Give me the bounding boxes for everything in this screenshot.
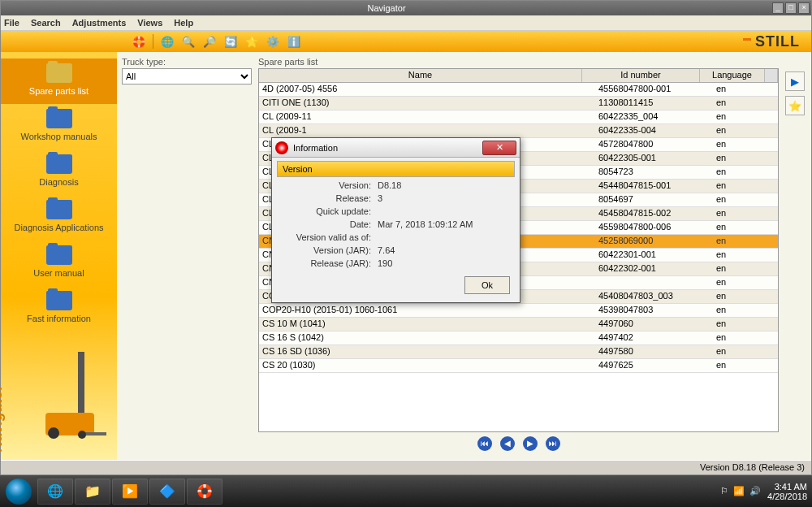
gear-icon[interactable]: ⚙️ xyxy=(266,34,280,49)
cell-id: 60422305-001 xyxy=(595,152,713,165)
table-row[interactable]: CS 10 M (1041)4497060en xyxy=(259,318,778,332)
taskbar-explorer-button[interactable]: 📁 xyxy=(75,479,110,505)
cell-lang: en xyxy=(713,207,778,220)
sidebar-item-user-manual[interactable]: User manual xyxy=(1,240,117,286)
taskbar-ie-button[interactable]: 🌐 xyxy=(37,479,73,505)
dialog-field-row: Quick update: xyxy=(272,205,520,218)
folder-icon xyxy=(46,291,72,310)
globe-icon[interactable]: 🌐 xyxy=(160,34,175,49)
tray-icons[interactable]: ⚐📶🔊 xyxy=(720,486,761,496)
sidebar-item-workshop[interactable]: Workshop manuals xyxy=(1,104,117,150)
cell-lang: en xyxy=(713,180,778,193)
info-icon[interactable]: ℹ️ xyxy=(287,34,301,49)
sidebar-item-label: User manual xyxy=(33,268,84,278)
table-row[interactable]: CITI ONE (1130)11308011415en xyxy=(259,97,778,110)
cell-id: 4497060 xyxy=(595,318,713,331)
zoom-icon[interactable]: 🔎 xyxy=(202,34,217,49)
truck-type-select[interactable]: All xyxy=(122,68,252,84)
sidebar-item-fast-info[interactable]: Fast information xyxy=(1,286,117,332)
dialog-close-button[interactable]: ✕ xyxy=(482,141,516,155)
sidebar-item-diagnosis[interactable]: Diagnosis xyxy=(1,150,117,195)
refresh-icon[interactable]: 🔄 xyxy=(223,34,238,49)
window-minimize-button[interactable]: _ xyxy=(772,2,784,14)
taskbar: 🌐 📁 ▶️ 🔷 🛟 ⚐📶🔊 3:41 AM 4/28/2018 xyxy=(0,475,812,507)
field-label: Release: xyxy=(280,193,378,203)
brand-logo: STILL xyxy=(743,33,800,50)
menu-help[interactable]: Help xyxy=(174,18,193,28)
menu-file[interactable]: File xyxy=(4,18,19,28)
window-close-button[interactable]: × xyxy=(798,2,810,14)
cell-id: 45258069000 xyxy=(595,235,713,248)
cell-lang: en xyxy=(713,152,778,165)
cell-id: 4497402 xyxy=(595,332,713,344)
page-next-button[interactable]: ▶ xyxy=(523,436,538,451)
dialog-titlebar[interactable]: Information ✕ xyxy=(272,138,520,158)
start-button[interactable] xyxy=(0,475,37,507)
menu-search[interactable]: Search xyxy=(31,18,61,28)
cell-lang: en xyxy=(713,249,778,262)
app-window: Navigator _ □ × File Search Adjustments … xyxy=(0,0,812,475)
table-row[interactable]: CL (2009-160422335-004en xyxy=(259,124,778,138)
taskbar-media-button[interactable]: ▶️ xyxy=(112,479,148,505)
forklift-illustration xyxy=(33,346,110,436)
star-icon[interactable]: ⭐ xyxy=(244,34,259,49)
table-row[interactable]: CL (2009-1160422335_004en xyxy=(259,110,778,124)
taskbar-clock[interactable]: 3:41 AM 4/28/2018 xyxy=(767,482,807,501)
table-row[interactable]: COP20-H10 (2015-01) 1060-106145398047803… xyxy=(259,304,778,318)
lifebuoy-icon[interactable]: 🛟 xyxy=(132,34,146,49)
dialog-field-row: Version (JAR):7.64 xyxy=(272,244,520,257)
window-maximize-button[interactable]: □ xyxy=(785,2,797,14)
sound-icon[interactable]: 🔊 xyxy=(749,486,761,496)
cell-name: COP20-H10 (2015-01) 1060-1061 xyxy=(259,304,595,317)
favorite-button[interactable]: ⭐ xyxy=(785,96,805,115)
info-dialog: Information ✕ Version Version:D8.18Relea… xyxy=(271,137,520,303)
truck-type-label: Truck type: xyxy=(122,57,252,67)
network-icon[interactable]: 📶 xyxy=(733,486,745,496)
sidebar-item-label: Diagnosis Applications xyxy=(14,223,103,232)
cell-id: 4497625 xyxy=(595,359,713,372)
col-id[interactable]: Id number xyxy=(582,69,700,82)
cell-lang: en xyxy=(713,359,778,372)
menu-views[interactable]: Views xyxy=(137,18,162,28)
cell-lang: en xyxy=(713,97,778,110)
menubar: File Search Adjustments Views Help xyxy=(1,15,811,31)
page-last-button[interactable]: ⏭ xyxy=(546,436,560,451)
window-title: Navigator xyxy=(258,3,516,13)
table-row[interactable]: CS 16 S (1042)4497402en xyxy=(259,332,778,345)
search-icon[interactable]: 🔍 xyxy=(181,34,196,49)
flag-icon[interactable]: ⚐ xyxy=(720,486,728,496)
cell-lang: en xyxy=(713,345,778,358)
taskbar-teamviewer-button[interactable]: 🔷 xyxy=(149,479,185,505)
cell-id: 8054723 xyxy=(595,166,713,179)
col-lang[interactable]: Language xyxy=(700,69,765,82)
menu-adjustments[interactable]: Adjustments xyxy=(72,18,127,28)
table-row[interactable]: CS 16 SD (1036)4497580en xyxy=(259,345,778,359)
cell-lang: en xyxy=(713,290,778,303)
navigator-logo: Navigator xyxy=(0,384,6,452)
cell-name: CS 16 SD (1036) xyxy=(259,345,595,358)
ok-button[interactable]: Ok xyxy=(464,276,510,294)
cell-lang: en xyxy=(713,318,778,331)
cell-id: 45408047803_003 xyxy=(595,290,713,303)
cell-name: CS 10 M (1041) xyxy=(259,318,595,331)
sidebar-item-diag-apps[interactable]: Diagnosis Applications xyxy=(1,195,117,240)
play-button[interactable]: ▶ xyxy=(785,72,805,91)
cell-lang: en xyxy=(713,332,778,344)
cell-id: 60422335_004 xyxy=(595,110,713,124)
cell-id: 45448047815-001 xyxy=(595,180,713,193)
folder-icon xyxy=(46,245,72,265)
cell-lang: en xyxy=(713,235,778,248)
page-first-button[interactable]: ⏮ xyxy=(477,436,492,451)
col-name[interactable]: Name xyxy=(259,69,582,82)
clock-date: 4/28/2018 xyxy=(767,492,807,501)
page-prev-button[interactable]: ◀ xyxy=(500,436,515,451)
cell-name: CS 20 (1030) xyxy=(259,359,595,372)
taskbar-navigator-button[interactable]: 🛟 xyxy=(187,479,222,505)
table-row[interactable]: CS 20 (1030)4497625en xyxy=(259,359,778,373)
windows-orb-icon xyxy=(6,479,32,505)
cell-lang: en xyxy=(713,110,778,124)
folder-icon xyxy=(46,63,72,83)
sidebar-item-spare-parts[interactable]: Spare parts list xyxy=(1,58,117,104)
cell-id: 45458047815-002 xyxy=(595,207,713,220)
table-row[interactable]: 4D (2007-05) 455645568047800-001en xyxy=(259,83,778,97)
